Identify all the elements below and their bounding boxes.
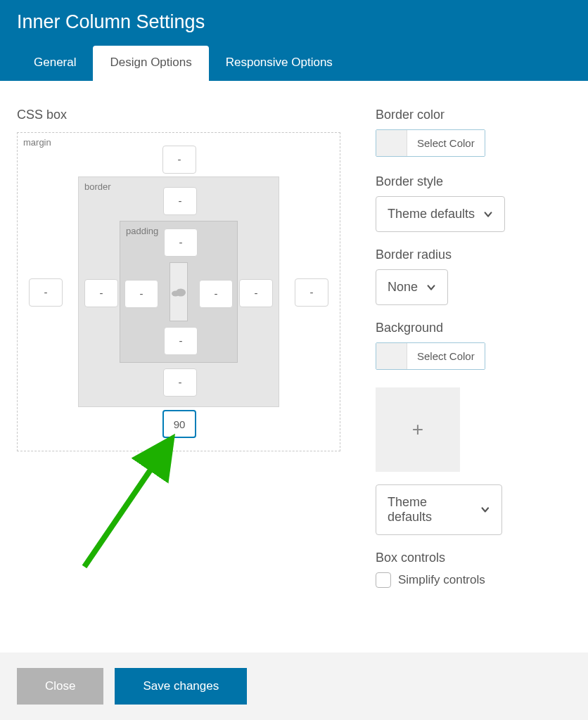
tab-responsive-options[interactable]: Responsive Options bbox=[209, 46, 350, 81]
background-color-swatch bbox=[376, 343, 407, 369]
background-style-value: Theme defaults bbox=[388, 495, 472, 525]
border-bottom-input[interactable]: - bbox=[163, 368, 197, 397]
content-box bbox=[170, 262, 188, 321]
margin-box: margin - - - 90 border - - - - padding -… bbox=[17, 132, 340, 451]
add-image-button[interactable]: + bbox=[376, 387, 460, 472]
background-style-select[interactable]: Theme defaults bbox=[376, 484, 502, 535]
simplify-controls-checkbox[interactable] bbox=[376, 572, 391, 588]
padding-box: padding - - - - bbox=[120, 221, 238, 363]
css-box-panel: CSS box margin - - - 90 border - - - - p… bbox=[17, 108, 340, 603]
padding-right-input[interactable]: - bbox=[199, 280, 233, 308]
svg-point-1 bbox=[176, 289, 186, 297]
border-style-select[interactable]: Theme defaults bbox=[376, 196, 505, 232]
border-left-input[interactable]: - bbox=[84, 279, 118, 307]
border-style-value: Theme defaults bbox=[388, 207, 475, 221]
dialog-footer: Close Save changes bbox=[0, 652, 588, 720]
right-panel: Border color Select Color Border style T… bbox=[376, 108, 571, 603]
margin-bottom-input[interactable]: 90 bbox=[162, 410, 196, 438]
margin-right-input[interactable]: - bbox=[295, 278, 328, 307]
border-radius-value: None bbox=[388, 280, 418, 295]
chevron-down-icon bbox=[483, 210, 493, 219]
border-top-input[interactable]: - bbox=[163, 187, 197, 215]
content-icon bbox=[170, 283, 187, 300]
border-color-button[interactable]: Select Color bbox=[376, 129, 485, 157]
content: CSS box margin - - - 90 border - - - - p… bbox=[0, 81, 588, 603]
close-button[interactable]: Close bbox=[17, 668, 103, 705]
tabs: General Design Options Responsive Option… bbox=[17, 46, 571, 81]
padding-top-input[interactable]: - bbox=[164, 229, 198, 257]
tab-design-options[interactable]: Design Options bbox=[93, 46, 208, 81]
border-right-input[interactable]: - bbox=[239, 279, 273, 307]
border-color-text: Select Color bbox=[407, 130, 485, 156]
save-button[interactable]: Save changes bbox=[115, 668, 247, 705]
border-box: border - - - - padding - - - - bbox=[78, 176, 279, 407]
border-color-swatch bbox=[376, 130, 407, 156]
padding-label: padding bbox=[126, 226, 158, 236]
box-model: margin - - - 90 border - - - - padding -… bbox=[17, 132, 340, 451]
dialog-title: Inner Column Settings bbox=[17, 11, 571, 33]
background-color-text: Select Color bbox=[407, 343, 485, 369]
css-box-label: CSS box bbox=[17, 108, 340, 122]
padding-bottom-input[interactable]: - bbox=[164, 327, 198, 355]
chevron-down-icon bbox=[426, 283, 436, 292]
background-label: Background bbox=[376, 321, 571, 335]
dialog-header: Inner Column Settings General Design Opt… bbox=[0, 0, 588, 81]
simplify-controls-row[interactable]: Simplify controls bbox=[376, 572, 571, 588]
plus-icon: + bbox=[412, 418, 423, 441]
margin-left-input[interactable]: - bbox=[29, 278, 63, 307]
border-radius-select[interactable]: None bbox=[376, 269, 448, 305]
border-style-label: Border style bbox=[376, 174, 571, 189]
simplify-controls-text: Simplify controls bbox=[398, 573, 485, 587]
chevron-down-icon bbox=[480, 505, 490, 515]
padding-left-input[interactable]: - bbox=[124, 280, 158, 308]
background-color-button[interactable]: Select Color bbox=[376, 342, 485, 370]
border-label: border bbox=[84, 181, 111, 192]
border-radius-label: Border radius bbox=[376, 248, 571, 262]
border-color-label: Border color bbox=[376, 108, 571, 122]
margin-label: margin bbox=[23, 137, 51, 148]
tab-general[interactable]: General bbox=[17, 46, 93, 81]
box-controls-label: Box controls bbox=[376, 551, 571, 565]
margin-top-input[interactable]: - bbox=[162, 146, 196, 174]
